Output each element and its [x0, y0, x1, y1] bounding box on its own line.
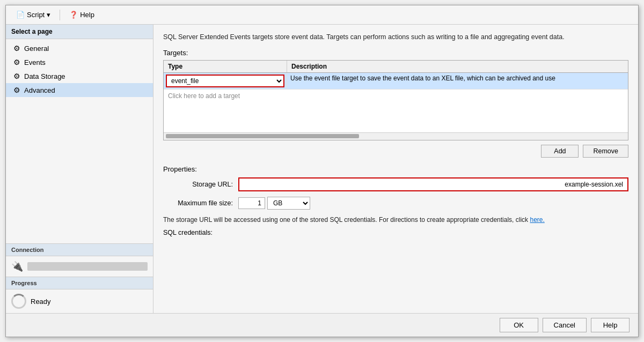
script-icon: 📄: [16, 11, 25, 19]
click-to-add[interactable]: Click here to add a target: [164, 90, 628, 132]
select-page-title: Select a page: [6, 25, 153, 39]
connection-area: 🔌: [6, 256, 153, 277]
data-storage-icon: ⚙: [12, 72, 21, 80]
events-icon: ⚙: [12, 58, 21, 66]
ok-button[interactable]: OK: [500, 318, 538, 332]
sidebar-item-label-events: Events: [24, 58, 46, 66]
main-content: SQL Server Extended Events targets store…: [153, 25, 638, 313]
targets-label: Targets:: [163, 49, 628, 57]
remove-button[interactable]: Remove: [583, 145, 628, 158]
dialog-body: Select a page ⚙ General ⚙ Events ⚙ Data …: [6, 25, 638, 313]
col-type-header: Type: [164, 61, 287, 72]
max-file-size-row: Maximum file size: KB MB GB TB: [163, 197, 628, 210]
info-link[interactable]: here.: [530, 216, 544, 224]
targets-table: Type Description event_file Use the even…: [163, 60, 628, 140]
add-button[interactable]: Add: [541, 145, 579, 158]
sidebar: Select a page ⚙ General ⚙ Events ⚙ Data …: [6, 25, 153, 313]
file-size-container: KB MB GB TB: [238, 197, 310, 210]
connection-title: Connection: [6, 243, 153, 256]
script-dropdown-icon: ▾: [47, 11, 50, 19]
dialog-window: 📄 Script ▾ ❓ Help Select a page ⚙ Genera…: [5, 5, 639, 337]
sidebar-item-label-general: General: [24, 44, 49, 53]
file-size-unit-select[interactable]: KB MB GB TB: [267, 197, 310, 210]
progress-area: Ready: [6, 289, 153, 313]
advanced-icon: ⚙: [12, 86, 21, 94]
cell-desc: Use the event file target to save the ev…: [287, 73, 628, 89]
col-desc-header: Description: [287, 61, 628, 72]
progress-spinner: [11, 294, 26, 309]
targets-table-header: Type Description: [164, 61, 628, 73]
storage-url-input[interactable]: [238, 177, 628, 191]
sidebar-item-general[interactable]: ⚙ General: [6, 41, 153, 55]
max-file-size-label: Maximum file size:: [163, 199, 233, 207]
toolbar-separator: [60, 10, 60, 20]
sidebar-item-label-data-storage: Data Storage: [24, 72, 65, 80]
sidebar-item-events[interactable]: ⚙ Events: [6, 55, 153, 69]
help-icon: ❓: [69, 11, 78, 19]
description-text: SQL Server Extended Events targets store…: [163, 32, 628, 42]
storage-url-label: Storage URL:: [163, 181, 233, 188]
script-label: Script: [27, 11, 45, 19]
horizontal-scrollbar[interactable]: [164, 132, 628, 140]
progress-status: Ready: [31, 298, 51, 306]
info-text: The storage URL will be accessed using o…: [163, 215, 628, 225]
table-row-event-file[interactable]: event_file Use the event file target to …: [164, 73, 628, 90]
cancel-button[interactable]: Cancel: [543, 318, 587, 332]
info-text-content: The storage URL will be accessed using o…: [163, 216, 530, 224]
sidebar-item-advanced[interactable]: ⚙ Advanced: [6, 83, 153, 97]
sidebar-nav: ⚙ General ⚙ Events ⚙ Data Storage ⚙ Adva…: [6, 39, 153, 243]
toolbar: 📄 Script ▾ ❓ Help: [6, 5, 638, 25]
sidebar-item-label-advanced: Advanced: [24, 86, 55, 94]
file-size-input[interactable]: [238, 197, 265, 209]
dialog-footer: OK Cancel Help: [6, 313, 638, 337]
progress-title: Progress: [6, 277, 153, 289]
sidebar-item-data-storage[interactable]: ⚙ Data Storage: [6, 69, 153, 83]
storage-url-row: Storage URL:: [163, 177, 628, 191]
cell-type[interactable]: event_file: [164, 73, 287, 89]
type-dropdown[interactable]: event_file: [166, 75, 284, 87]
help-footer-button[interactable]: Help: [591, 318, 630, 332]
sql-credentials-label: SQL credentials:: [163, 229, 213, 236]
connection-placeholder: [27, 262, 148, 271]
connection-icon: 🔌: [11, 261, 23, 272]
properties-label: Properties:: [163, 165, 628, 173]
script-button[interactable]: 📄 Script ▾: [11, 9, 55, 21]
help-button[interactable]: ❓ Help: [64, 9, 99, 21]
help-label: Help: [80, 11, 94, 19]
general-icon: ⚙: [12, 44, 21, 53]
action-buttons: Add Remove: [163, 140, 628, 162]
properties-section: Properties: Storage URL: Maximum file si…: [163, 165, 628, 236]
sql-credentials-row: SQL credentials:: [163, 229, 628, 236]
scrollbar-thumb: [166, 134, 359, 138]
